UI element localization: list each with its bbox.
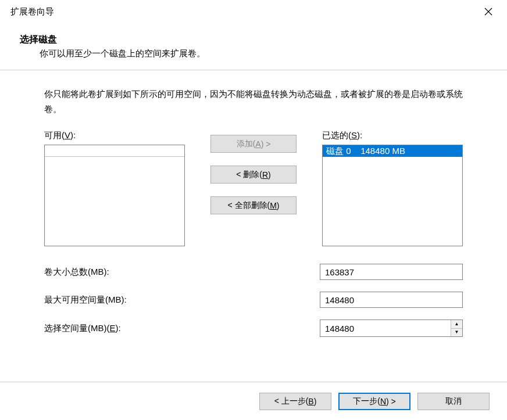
next-button[interactable]: 下一步(N) > <box>338 393 410 410</box>
available-label: 可用(V): <box>44 130 185 141</box>
close-button[interactable] <box>477 3 500 20</box>
info-text: 你只能将此卷扩展到如下所示的可用空间，因为不能将磁盘转换为动态磁盘，或者被扩展的… <box>44 87 463 116</box>
add-button[interactable]: 添加(A) > <box>210 135 297 153</box>
spinner-down-button[interactable]: ▼ <box>451 329 462 337</box>
selected-listbox[interactable]: 磁盘 0 148480 MB <box>322 145 463 246</box>
window-title: 扩展卷向导 <box>10 6 477 17</box>
max-space-value: 148480 <box>320 292 463 308</box>
list-item[interactable]: 磁盘 0 148480 MB <box>323 145 462 157</box>
page-heading: 选择磁盘 <box>20 34 495 46</box>
select-space-label: 选择空间量(MB)(E): <box>44 323 297 334</box>
select-space-input[interactable] <box>320 320 451 336</box>
remove-all-button[interactable]: < 全部删除(M) <box>210 196 297 214</box>
page-subheading: 你可以用至少一个磁盘上的空间来扩展卷。 <box>40 48 495 59</box>
available-listbox[interactable] <box>44 145 185 246</box>
total-size-label: 卷大小总数(MB): <box>44 267 297 278</box>
max-space-label: 最大可用空间量(MB): <box>44 295 297 306</box>
selected-label: 已选的(S): <box>322 130 463 141</box>
total-size-value: 163837 <box>320 264 463 280</box>
select-space-spinner[interactable]: ▲ ▼ <box>320 320 463 337</box>
close-icon <box>484 8 492 16</box>
back-button[interactable]: < 上一步(B) <box>259 393 331 410</box>
spinner-up-button[interactable]: ▲ <box>451 320 462 329</box>
cancel-button[interactable]: 取消 <box>417 393 490 410</box>
remove-button[interactable]: < 删除(R) <box>210 166 297 184</box>
